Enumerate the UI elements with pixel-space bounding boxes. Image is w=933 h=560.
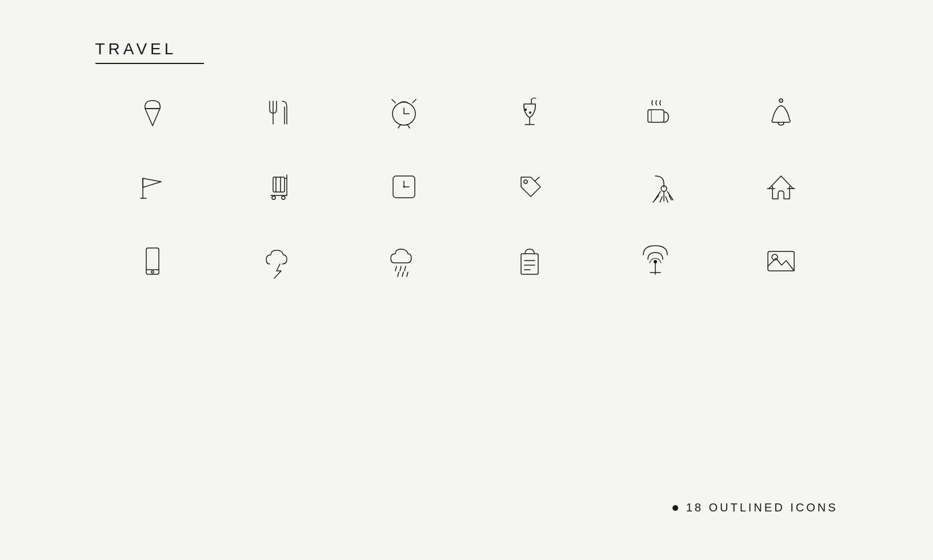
house-icon	[724, 167, 838, 207]
clipboard-icon	[472, 241, 587, 281]
footer-dot	[672, 505, 678, 511]
cocktail-icon	[472, 93, 587, 133]
hot-drink-icon	[598, 93, 712, 133]
footer-text: 18 OUTLINED ICONS	[686, 501, 838, 514]
icons-grid	[95, 93, 838, 281]
svg-rect-60	[768, 251, 794, 271]
footer-section: 18 OUTLINED ICONS	[672, 501, 838, 514]
svg-line-39	[660, 197, 662, 202]
svg-point-13	[524, 109, 527, 111]
svg-rect-44	[146, 248, 159, 274]
svg-line-38	[653, 195, 659, 202]
svg-line-49	[405, 266, 406, 271]
svg-point-26	[272, 196, 275, 199]
flag-icon	[95, 167, 210, 207]
wall-clock-icon	[347, 167, 461, 207]
svg-line-37	[667, 191, 673, 200]
svg-point-59	[654, 260, 657, 263]
fork-knife-icon	[221, 93, 335, 133]
image-icon	[724, 241, 838, 281]
svg-line-8	[398, 125, 401, 128]
svg-rect-20	[273, 177, 285, 192]
svg-line-48	[400, 266, 401, 271]
svg-point-46	[151, 271, 154, 273]
tag-icon	[472, 167, 587, 207]
svg-rect-53	[521, 254, 538, 274]
svg-point-14	[529, 111, 531, 114]
svg-line-9	[407, 125, 410, 128]
svg-point-27	[282, 196, 285, 199]
svg-line-50	[398, 272, 399, 277]
shower-icon	[598, 167, 712, 207]
svg-line-33	[535, 177, 539, 181]
svg-rect-15	[648, 110, 664, 122]
lightning-cloud-icon	[221, 241, 335, 281]
svg-point-32	[524, 180, 527, 183]
mobile-icon	[95, 241, 210, 281]
title-underline	[95, 63, 204, 64]
rain-cloud-icon	[347, 241, 461, 281]
svg-line-52	[407, 272, 408, 277]
svg-line-7	[413, 99, 416, 103]
title-section: TRAVEL	[95, 29, 838, 64]
svg-line-6	[392, 99, 395, 103]
svg-line-47	[395, 266, 397, 271]
svg-line-40	[666, 197, 668, 202]
luggage-cart-icon	[221, 167, 335, 207]
bell-icon	[724, 93, 838, 133]
main-container: TRAVEL	[95, 29, 838, 531]
svg-line-51	[402, 272, 403, 277]
alarm-clock-icon	[347, 93, 461, 133]
page-title: TRAVEL	[95, 40, 838, 58]
ice-cream-icon	[95, 93, 210, 133]
wifi-tower-icon	[598, 241, 712, 281]
